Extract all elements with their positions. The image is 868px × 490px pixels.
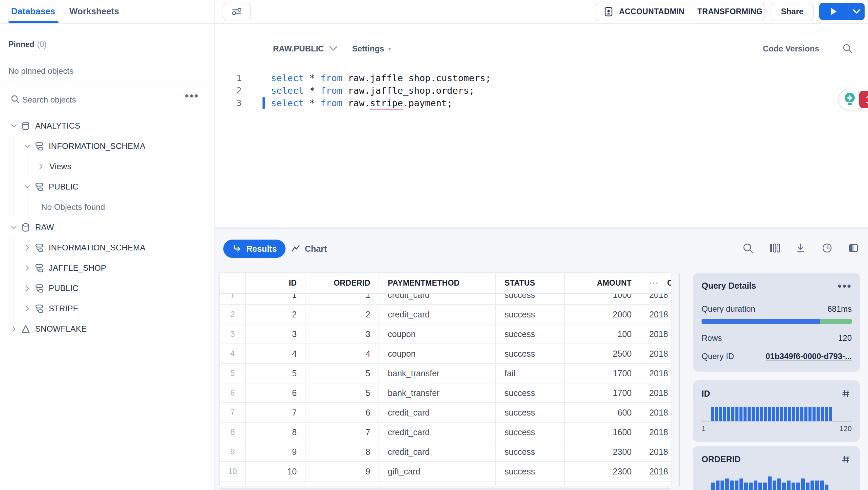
tab-chart[interactable]: Chart — [291, 240, 327, 258]
histogram-bar — [772, 407, 775, 421]
run-button-group — [819, 3, 865, 20]
column-menu-icon[interactable]: ⋯ — [649, 278, 658, 288]
table-body-viewport: 111credit_cardsuccess10002018222credit_c… — [219, 294, 671, 486]
table-row[interactable]: 222credit_cardsuccess20002018 — [220, 305, 671, 325]
line-number: 2 — [215, 84, 244, 97]
histogram-bar — [768, 407, 771, 421]
table-row[interactable]: 776credit_cardsuccess6002018 — [220, 403, 671, 423]
tree-item-analytics[interactable]: ANALYTICS — [0, 116, 214, 136]
table-cell: 600 — [565, 403, 640, 422]
query-id-link[interactable]: 01b349f6-0000-d793-... — [766, 352, 852, 361]
column-header-id[interactable]: ID — [246, 273, 305, 293]
histogram-bar — [800, 407, 803, 421]
schema-icon — [34, 263, 45, 273]
table-cell: success — [496, 344, 565, 363]
histogram-bar — [777, 478, 781, 490]
numeric-column-icon[interactable] — [840, 453, 852, 465]
divider — [0, 83, 214, 83]
editor-search-icon[interactable] — [842, 43, 853, 54]
tree-item-views[interactable]: Views — [0, 156, 214, 177]
database-schema-selector[interactable]: RAW.PUBLIC — [273, 44, 338, 53]
run-options-button[interactable] — [848, 3, 865, 20]
history-clock-icon[interactable] — [821, 242, 833, 254]
tree-item-information_schema[interactable]: INFORMATION_SCHEMA — [0, 136, 214, 156]
numeric-column-icon[interactable] — [840, 388, 852, 399]
query-details-menu-icon[interactable]: ••• — [838, 283, 852, 289]
split-panel-icon[interactable] — [847, 242, 860, 254]
code-line-text: select * from raw.jaffle_shop.orders; — [244, 84, 475, 97]
search-results-icon[interactable] — [741, 242, 754, 254]
table-cell: 2300 — [565, 442, 640, 461]
row-number-cell: 3 — [220, 325, 246, 343]
table-cell: 1700 — [565, 383, 640, 402]
tree-item-label: SNOWFLAKE — [35, 324, 87, 334]
search-objects-input[interactable] — [22, 92, 158, 108]
table-row[interactable]: 333couponsuccess1002018 — [220, 325, 671, 344]
histogram-bar — [817, 407, 820, 421]
tree-empty-state: No Objects found — [0, 197, 214, 217]
table-row[interactable]: 444couponsuccess25002018 — [220, 344, 671, 364]
table-cell: 2018 — [640, 294, 671, 304]
tab-results[interactable]: Results — [223, 240, 285, 258]
column-header-orderid[interactable]: ORDERID — [305, 273, 379, 293]
tree-item-public[interactable]: PUBLIC — [0, 278, 214, 298]
column-header-c[interactable]: ⋯C — [640, 273, 671, 293]
histogram-bar — [730, 481, 734, 490]
vertical-scrollbar[interactable] — [679, 273, 680, 486]
table-row[interactable]: 998credit_cardsuccess23002018 — [220, 442, 671, 462]
results-toolbar-icons — [741, 242, 860, 254]
column-header-rownum[interactable] — [220, 273, 246, 293]
settings-menu[interactable]: Settings ▾ — [352, 44, 391, 53]
tree-item-label: PUBLIC — [49, 284, 78, 293]
run-button[interactable] — [819, 3, 848, 20]
histogram-bar — [752, 407, 755, 421]
table-row[interactable]: 665bank_transfersuccess17002018 — [220, 383, 671, 403]
table-cell — [246, 482, 305, 486]
histogram-bar — [782, 483, 786, 490]
tree-item-stripe[interactable]: STRIPE — [0, 298, 214, 319]
table-row[interactable]: 10109gift_cardsuccess23002018 — [220, 462, 671, 482]
tree-guide-line — [14, 238, 14, 319]
table-row[interactable]: 111credit_cardsuccess10002018 — [220, 294, 671, 305]
chevron-right-icon — [37, 162, 45, 171]
worksheet-filters-button[interactable] — [223, 3, 251, 20]
horizontal-scrollbar[interactable] — [219, 488, 671, 490]
chart-tab-label: Chart — [305, 244, 327, 254]
histogram-bar — [813, 407, 816, 421]
tree-item-raw[interactable]: RAW — [0, 217, 214, 238]
settings-label: Settings — [352, 44, 384, 53]
table-cell: bank_transfer — [379, 383, 496, 402]
table-cell: 1600 — [565, 423, 640, 442]
table-cell: success — [496, 442, 565, 461]
table-cell: 2018 — [640, 383, 671, 402]
pinned-section-title: Pinned(0) — [8, 40, 47, 49]
context-role-warehouse-selector[interactable]: ACCOUNTADMIN TRANSFORMING — [595, 3, 765, 20]
table-cell: 2018 — [640, 403, 671, 422]
orderid-histogram — [701, 476, 852, 490]
table-cell: success — [496, 423, 565, 442]
tree-item-label: No Objects found — [41, 202, 105, 212]
sql-editor[interactable]: 1select * from raw.jaffle_shop.customers… — [215, 62, 868, 227]
columns-icon[interactable] — [768, 242, 781, 254]
tab-worksheets[interactable]: Worksheets — [69, 6, 119, 17]
tree-item-information_schema[interactable]: INFORMATION_SCHEMA — [0, 238, 214, 258]
download-icon[interactable] — [794, 242, 807, 254]
column-header-status[interactable]: STATUS — [496, 273, 565, 293]
table-row[interactable]: 555bank_transferfail17002018 — [220, 364, 671, 383]
table-row[interactable]: 887credit_cardsuccess16002018 — [220, 423, 671, 442]
histogram-bar — [735, 481, 738, 490]
copilot-suggestions-pill[interactable]: 1 — [838, 89, 868, 110]
histogram-bar — [796, 483, 800, 490]
share-button[interactable]: Share — [771, 3, 814, 20]
table-cell: credit_card — [379, 403, 496, 422]
tree-item-jaffle_shop[interactable]: JAFFLE_SHOP — [0, 258, 214, 278]
column-header-paymentmethod[interactable]: PAYMENTMETHOD — [379, 273, 496, 293]
histogram-bar — [787, 481, 791, 490]
sidebar-more-icon[interactable]: ••• — [185, 89, 199, 103]
column-header-amount[interactable]: AMOUNT — [565, 273, 640, 293]
tree-item-snowflake[interactable]: SNOWFLAKE — [0, 319, 214, 339]
tab-databases[interactable]: Databases — [11, 6, 55, 17]
code-versions-link[interactable]: Code Versions — [763, 44, 819, 53]
tree-item-public[interactable]: PUBLIC — [0, 177, 214, 197]
table-row[interactable] — [220, 482, 671, 486]
